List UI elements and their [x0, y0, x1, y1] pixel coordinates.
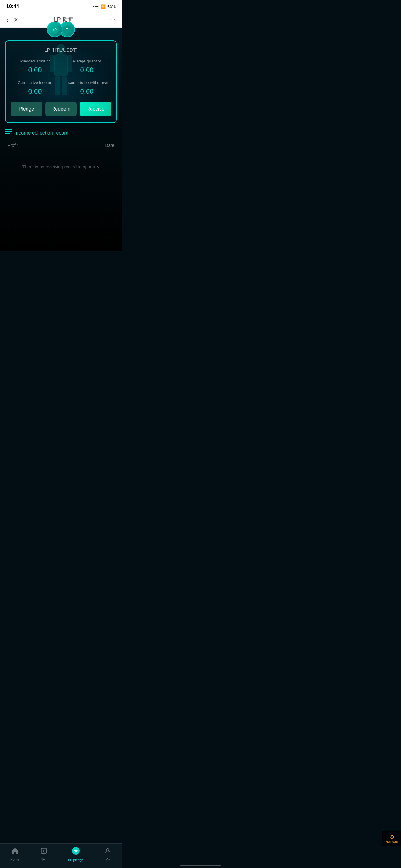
token-icons: ↑P T: [47, 22, 75, 37]
card-content: LP (HTL/USDT) Pledged amount 0.00 Pledge…: [11, 47, 111, 116]
pledged-amount-value: 0.00: [11, 66, 59, 74]
main-content: ↑P T: [0, 28, 122, 251]
pledged-amount-stat: Pledged amount 0.00: [11, 59, 59, 74]
status-bar: 10:44 ▪▪▪▪ 🛜 63%: [0, 0, 122, 12]
income-withdraw-stat: Income to be withdrawn 0.00: [63, 80, 111, 96]
cumulative-income-stat: Cumulative income 0.00: [11, 80, 59, 96]
pledge-quantity-stat: Pledge quantity 0.00: [63, 59, 111, 74]
income-withdraw-label: Income to be withdrawn: [63, 80, 111, 85]
pledge-card: LP (HTL/USDT) Pledged amount 0.00 Pledge…: [5, 40, 117, 123]
record-section: Income collection record Profit Date The…: [0, 123, 122, 182]
table-header: Profit Date: [5, 143, 117, 152]
record-icon: [5, 129, 12, 136]
empty-state: There is no receiving record temporarily: [5, 152, 117, 182]
profit-column-header: Profit: [7, 143, 18, 148]
token-icon-htl: ↑P: [47, 22, 63, 37]
record-title: Income collection record: [14, 130, 68, 136]
signal-icon: ▪▪▪▪: [93, 4, 99, 9]
svg-rect-11: [5, 131, 12, 132]
receive-button[interactable]: Receive: [80, 102, 111, 116]
pledge-quantity-value: 0.00: [63, 66, 111, 74]
svg-rect-12: [5, 133, 10, 134]
action-buttons: Pledge Redeem Receive: [11, 102, 111, 116]
date-column-header: Date: [105, 143, 114, 148]
battery-icon: 63%: [107, 4, 115, 9]
token-icon-wrapper: ↑P T: [5, 22, 117, 37]
svg-text:T: T: [66, 28, 68, 32]
card-wrapper: ↑P T: [0, 28, 122, 123]
svg-text:↑P: ↑P: [53, 28, 57, 32]
record-header: Income collection record: [5, 129, 117, 136]
stats-grid: Pledged amount 0.00 Pledge quantity 0.00…: [11, 59, 111, 96]
pledged-amount-label: Pledged amount: [11, 59, 59, 63]
card-subtitle: LP (HTL/USDT): [11, 47, 111, 53]
svg-rect-10: [5, 129, 12, 130]
pledge-quantity-label: Pledge quantity: [63, 59, 111, 63]
pledge-button[interactable]: Pledge: [11, 102, 42, 116]
status-time: 10:44: [6, 4, 19, 9]
wifi-icon: 🛜: [101, 4, 106, 9]
cumulative-income-label: Cumulative income: [11, 80, 59, 85]
redeem-button[interactable]: Redeem: [45, 102, 77, 116]
cumulative-income-value: 0.00: [11, 88, 59, 96]
income-withdraw-value: 0.00: [63, 88, 111, 96]
status-icons: ▪▪▪▪ 🛜 63%: [93, 4, 115, 9]
